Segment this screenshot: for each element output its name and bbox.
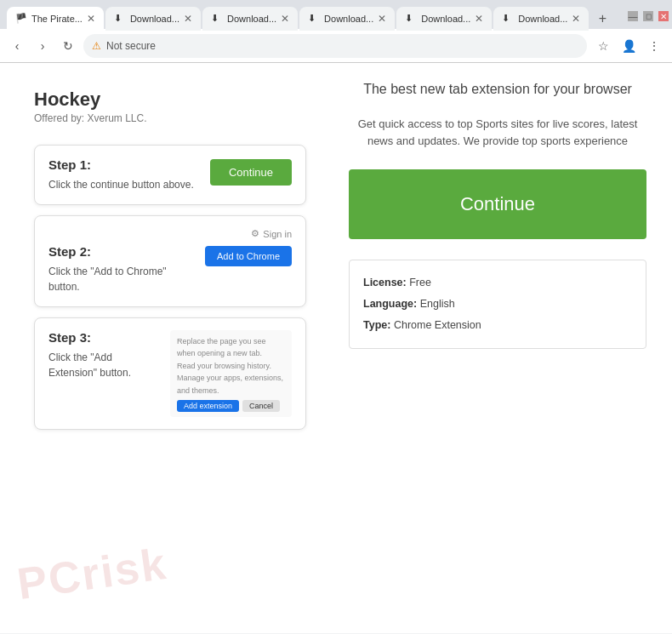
extension-name: Hockey <box>34 89 306 111</box>
forward-button[interactable]: › <box>32 36 53 56</box>
type-label: Type: <box>363 319 390 331</box>
tab-3-close[interactable]: ✕ <box>378 13 386 25</box>
step-2-text: Step 2: Click the "Add to Chrome" button… <box>48 244 191 294</box>
step-2-title: Step 2: <box>48 244 191 259</box>
tab-5-title: Download... <box>518 14 567 24</box>
tab-bar: 🏴 The Pirate... ✕ ⬇ Download... ✕ ⬇ Down… <box>3 2 618 31</box>
tab-3[interactable]: ⬇ Download... ✕ <box>299 7 395 31</box>
tab-4-title: Download... <box>421 14 470 24</box>
step-2-mock-bar: ⚙ Sign in <box>48 228 292 239</box>
extension-header: Hockey Offered by: Xverum LLC. <box>34 89 306 124</box>
tab-1-favicon: ⬇ <box>114 13 126 25</box>
tab-4-close[interactable]: ✕ <box>475 13 483 25</box>
step-3-text: Step 3: Click the "Add Extension" button… <box>48 330 157 380</box>
close-button[interactable]: ✕ <box>658 11 669 21</box>
tab-0-title: The Pirate... <box>31 14 83 24</box>
step-1-card: Step 1: Click the continue button above.… <box>34 145 306 205</box>
maximize-button[interactable]: ◻ <box>643 11 653 21</box>
step-3-card: Step 3: Click the "Add Extension" button… <box>34 317 306 430</box>
tab-3-favicon: ⬇ <box>308 13 320 25</box>
step-3-title: Step 3: <box>48 330 157 345</box>
title-bar: 🏴 The Pirate... ✕ ⬇ Download... ✕ ⬇ Down… <box>0 0 672 29</box>
new-tab-button[interactable]: + <box>590 7 614 31</box>
language-row: Language: English <box>363 294 632 315</box>
tab-2-favicon: ⬇ <box>211 13 223 25</box>
big-continue-button[interactable]: Continue <box>349 169 646 239</box>
reload-button[interactable]: ↻ <box>58 36 78 56</box>
promo-title: The best new tab extension for your brow… <box>349 80 646 99</box>
browser-window: 🏴 The Pirate... ✕ ⬇ Download... ✕ ⬇ Down… <box>0 0 672 63</box>
tab-0-close[interactable]: ✕ <box>87 13 95 25</box>
type-value: Chrome Extension <box>394 319 481 331</box>
address-bar-row: ‹ › ↻ ⚠ Not secure ☆ 👤 ⋮ <box>0 29 672 63</box>
tab-3-title: Download... <box>324 14 373 24</box>
step-2-content: Step 2: Click the "Add to Chrome" button… <box>48 244 292 294</box>
tab-1[interactable]: ⬇ Download... ✕ <box>105 7 201 31</box>
step-1-text: Step 1: Click the continue button above. <box>48 157 196 192</box>
menu-icon[interactable]: ⋮ <box>643 35 665 57</box>
step-1-desc: Click the continue button above. <box>48 177 196 192</box>
step-2-add-chrome-button[interactable]: Add to Chrome <box>205 246 292 266</box>
steps-container: Step 1: Click the continue button above.… <box>34 145 306 430</box>
step-3-mock-buttons: Add extension Cancel <box>177 400 285 412</box>
minimize-button[interactable]: — <box>628 11 638 21</box>
license-value: Free <box>409 277 431 288</box>
extension-offered-by: Offered by: Xverum LLC. <box>34 112 306 124</box>
mock-cancel-button[interactable]: Cancel <box>242 400 280 412</box>
step-3-desc: Click the "Add Extension" button. <box>48 350 157 380</box>
step-1-continue-button[interactable]: Continue <box>210 159 292 186</box>
tab-2-title: Download... <box>227 14 276 24</box>
step-3-mock-line3: Manage your apps, extensions, and themes… <box>177 372 285 397</box>
tab-2-close[interactable]: ✕ <box>281 13 289 25</box>
license-label: License: <box>363 277 407 288</box>
tab-5-close[interactable]: ✕ <box>572 13 580 25</box>
step-2-card: ⚙ Sign in Step 2: Click the "Add to Chro… <box>34 215 306 307</box>
step-3-content: Step 3: Click the "Add Extension" button… <box>48 330 292 417</box>
tab-4[interactable]: ⬇ Download... ✕ <box>396 7 492 31</box>
license-row: License: Free <box>363 272 632 294</box>
info-box: License: Free Language: English Type: Ch… <box>349 260 646 349</box>
not-secure-label: Not secure <box>106 40 156 52</box>
right-panel: The best new tab extension for your brow… <box>332 63 672 633</box>
step-2-desc: Click the "Add to Chrome" button. <box>48 264 191 294</box>
mock-add-extension-button[interactable]: Add extension <box>177 400 239 412</box>
page-content: Hockey Offered by: Xverum LLC. Step 1: C… <box>0 63 672 633</box>
step-1-title: Step 1: <box>48 157 196 172</box>
tab-1-title: Download... <box>130 14 179 24</box>
promo-desc: Get quick access to top Sports sites for… <box>349 116 646 149</box>
step-1-content: Step 1: Click the continue button above.… <box>48 157 292 192</box>
left-panel: Hockey Offered by: Xverum LLC. Step 1: C… <box>0 63 332 633</box>
window-controls: — ◻ ✕ <box>628 11 669 21</box>
tab-5-favicon: ⬇ <box>502 13 514 25</box>
step-3-mock-line1: Replace the page you see when opening a … <box>177 335 285 360</box>
tab-0-favicon: 🏴 <box>15 13 27 25</box>
toolbar-actions: ☆ 👤 ⋮ <box>592 35 665 57</box>
mock-signin-text: Sign in <box>263 229 292 239</box>
step-3-mock: Replace the page you see when opening a … <box>170 330 292 417</box>
tab-0[interactable]: 🏴 The Pirate... ✕ <box>7 7 104 31</box>
mock-gear-icon: ⚙ <box>251 228 259 239</box>
watermark: PCrisk <box>14 538 170 609</box>
step-3-mock-line2: Read your browsing history. <box>177 360 285 372</box>
address-box[interactable]: ⚠ Not secure <box>83 34 587 58</box>
tab-4-favicon: ⬇ <box>405 13 417 25</box>
profile-icon[interactable]: 👤 <box>618 35 640 57</box>
type-row: Type: Chrome Extension <box>363 315 632 336</box>
language-label: Language: <box>363 298 417 310</box>
tab-5[interactable]: ⬇ Download... ✕ <box>493 7 589 31</box>
tab-2[interactable]: ⬇ Download... ✕ <box>202 7 298 31</box>
bookmark-icon[interactable]: ☆ <box>592 35 614 57</box>
not-secure-icon: ⚠ <box>92 40 101 52</box>
back-button[interactable]: ‹ <box>7 36 27 56</box>
tab-1-close[interactable]: ✕ <box>184 13 192 25</box>
language-value: English <box>420 298 455 310</box>
